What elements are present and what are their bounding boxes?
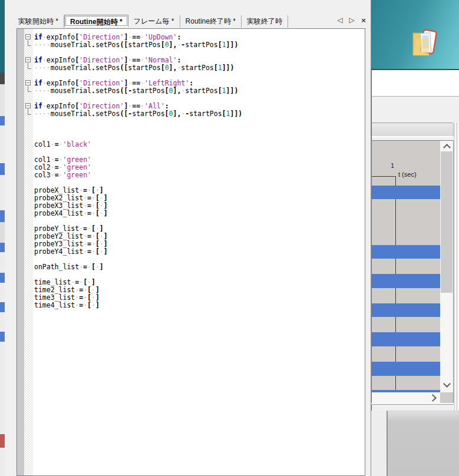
time-axis-label: t (sec) <box>398 171 417 178</box>
code-token: ] <box>104 240 108 248</box>
occluded-window-white-band <box>372 70 459 96</box>
code-token: startPos <box>189 110 222 118</box>
code-token: [ <box>91 224 95 233</box>
fold-margin-cell <box>24 294 33 302</box>
code-line[interactable]: onPath_list·=·[·] <box>34 263 365 271</box>
code-token: expInfo <box>47 79 75 87</box>
tab-bar: 実験開始時 *Routine開始時 *フレーム毎 *Routine終了時 *実験… <box>13 15 288 28</box>
fold-collapse-icon[interactable] <box>25 34 31 39</box>
code-token: [ <box>87 301 91 309</box>
code-token: ···· <box>34 87 51 95</box>
occluded-window-right-edge <box>454 123 459 411</box>
code-token: [ <box>95 201 100 210</box>
code-line[interactable]: probeY4_list·=·[·] <box>34 248 365 256</box>
fold-margin-cell <box>24 187 33 194</box>
code-token: time_list <box>34 278 71 286</box>
tab-next-button[interactable]: ▷ <box>348 16 356 25</box>
code-token: · <box>51 140 55 148</box>
occluded-segment <box>0 222 5 243</box>
code-editor[interactable]: if·expInfo['Direction']·==·'UpDown':····… <box>16 28 365 476</box>
occluded-segment <box>0 283 5 302</box>
scroll-down-icon[interactable] <box>443 380 451 388</box>
code-line[interactable]: time4_list·=·[·] <box>34 302 365 309</box>
code-line[interactable]: col3·=·'green' <box>34 171 365 179</box>
screen: 実験開始時 *Routine開始時 *フレーム毎 *Routine終了時 *実験… <box>0 0 459 476</box>
code-token: · <box>100 247 104 256</box>
code-token: 1 <box>222 87 226 95</box>
timeline-bar <box>372 274 440 288</box>
tab-1[interactable]: Routine開始時 * <box>64 15 128 27</box>
occluded-window-panel <box>371 411 387 476</box>
code-token: · <box>91 247 95 256</box>
occluded-segment <box>0 72 5 84</box>
code-token: · <box>51 156 55 164</box>
occluded-segment <box>0 332 5 342</box>
horizontal-scrollbar[interactable] <box>372 392 440 403</box>
code-line[interactable]: col1·=·'black' <box>34 141 365 148</box>
code-token: probeX3_list <box>34 201 83 210</box>
code-token: · <box>51 163 55 171</box>
scroll-up-icon[interactable] <box>443 144 451 151</box>
code-token: · <box>91 201 95 210</box>
occluded-window-left-strip <box>0 0 5 476</box>
code-token: : <box>189 79 193 87</box>
code-token: [ <box>95 194 100 202</box>
fold-collapse-icon[interactable] <box>25 57 31 62</box>
fold-margin-cell <box>24 41 33 49</box>
code-line[interactable]: probeX4_list·=·[·] <box>34 210 365 217</box>
code-token: · <box>91 293 95 302</box>
fold-margin-cell <box>24 279 33 286</box>
code-token: col1 <box>34 140 51 148</box>
code-token: = <box>87 194 91 202</box>
fold-margin-cell <box>24 202 33 210</box>
tab-3[interactable]: Routine終了時 * <box>180 15 242 28</box>
tab-2[interactable]: フレーム毎 * <box>128 15 180 28</box>
code-line[interactable]: ····mouseTrial.setPos([-startPos[0],·-st… <box>34 110 365 118</box>
code-token: [ <box>218 87 222 95</box>
code-dialog: 実験開始時 *Routine開始時 *フレーム毎 *Routine終了時 *実験… <box>5 0 371 476</box>
scroll-right-icon[interactable] <box>429 394 437 402</box>
code-token: ] <box>100 224 104 233</box>
tab-4[interactable]: 実験終了時 <box>242 15 288 28</box>
folder-icon[interactable]: 20201119ビーマー <box>409 27 442 58</box>
code-token: startPos <box>132 87 164 95</box>
fold-collapse-icon[interactable] <box>25 80 31 85</box>
timeline-bar <box>372 303 440 317</box>
scrollbar-thumb[interactable] <box>441 151 453 293</box>
code-token: probeX4_list <box>34 209 83 217</box>
code-token: ] <box>95 301 100 309</box>
code-token: [ <box>161 41 165 49</box>
tab-nav: ◁ ▷ × <box>336 16 368 25</box>
code-line[interactable]: ····mouseTrial.setPos([startPos[0],·star… <box>34 64 365 72</box>
code-token: probeX2_list <box>34 194 83 202</box>
code-token: = <box>55 140 59 148</box>
code-token: · <box>91 240 95 248</box>
code-text-area[interactable]: if·expInfo['Direction']·==·'UpDown':····… <box>33 34 365 309</box>
tab-prev-button[interactable]: ◁ <box>336 16 344 25</box>
code-token: · <box>95 224 100 233</box>
tab-0[interactable]: 実験開始時 * <box>13 15 64 28</box>
occluded-segment <box>0 210 5 222</box>
code-token: . <box>91 87 95 95</box>
fold-margin-cell <box>24 141 33 148</box>
code-token: expInfo <box>47 102 75 110</box>
occluded-segment <box>0 342 5 434</box>
tab-close-button[interactable]: × <box>359 16 368 25</box>
fold-collapse-icon[interactable] <box>25 103 31 108</box>
fold-margin-cell <box>24 133 33 141</box>
code-token: · <box>91 232 95 240</box>
code-token: probeX_list <box>34 186 79 194</box>
occluded-segment <box>0 125 5 163</box>
code-line[interactable] <box>34 125 365 133</box>
code-token: 'black' <box>63 140 91 148</box>
fold-margin-cell <box>24 64 33 72</box>
code-token: · <box>42 56 47 64</box>
code-line[interactable]: ····mouseTrial.setPos([-startPos[0],·sta… <box>34 87 365 95</box>
code-token: col2 <box>34 163 51 171</box>
vertical-scrollbar[interactable] <box>440 141 453 392</box>
code-token: time2_list <box>34 286 75 294</box>
code-line[interactable]: ····mouseTrial.setPos([startPos[0],·-sta… <box>34 41 365 49</box>
code-line[interactable] <box>34 118 365 125</box>
occluded-window-panel <box>372 97 459 123</box>
code-token: startPos <box>128 64 160 72</box>
